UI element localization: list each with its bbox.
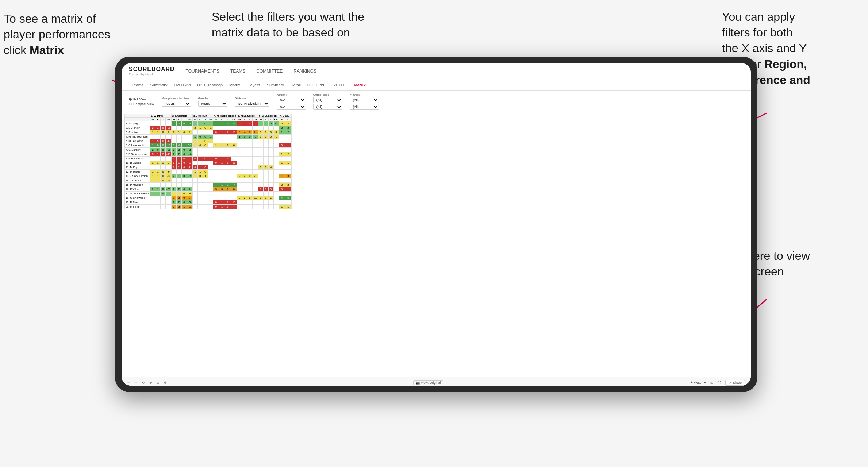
conference-select2[interactable]: (All) (313, 104, 342, 110)
region-select2[interactable]: N/A (277, 104, 306, 110)
grid-icon[interactable]: ⊞ (157, 381, 160, 385)
filter-region: Region N/A N/A (277, 93, 306, 110)
filter-bar: Full View Compact View Max players in vi… (122, 91, 751, 112)
nav-committee[interactable]: COMMITTEE (256, 67, 283, 75)
table-row: 14. J Lundin11010 (125, 178, 292, 183)
subnav-detail[interactable]: Detail (288, 82, 304, 88)
bottom-bar-center: 📷 View: Original (171, 380, 685, 385)
full-view-option[interactable]: Full View (129, 97, 154, 101)
table-row: 4. M Thorbjornsen100-1100-1110-6 (125, 135, 292, 139)
table-row: 18. C Sherwood1300220-1010145 (125, 196, 292, 200)
subnav-summary[interactable]: Summary (147, 82, 170, 88)
table-row: 12. M Riedel110-6110 (125, 170, 292, 174)
filter-max-players: Max players in view Top 25 (162, 97, 191, 107)
subnav-summary2[interactable]: Summary (264, 82, 287, 88)
share-icon: ↗ (729, 381, 731, 385)
table-row: 6. C Lamprecht100-1624124100110601 (125, 143, 292, 148)
filter-players: Players (All) (All) (350, 93, 379, 110)
table-row: 19. D Ford220-2001013 (125, 200, 292, 205)
table-row: 20. M Ford331-11010711 (125, 205, 292, 209)
filter-gender: Gender Men's (198, 97, 227, 107)
table-row: 16. K Vilips210-252204330801001 (125, 187, 292, 192)
table-row: 7. G Sargent200-16220-15 (125, 148, 292, 152)
table-row: 1. W Ding12011110-212017010-10101302 (125, 121, 292, 126)
conference-select[interactable]: (All) (313, 97, 342, 103)
gender-select[interactable]: Men's (198, 101, 227, 107)
players-select[interactable]: (All) (350, 97, 379, 103)
table-row: 10. B Valdes1110010-10101111 (125, 161, 292, 165)
table-row: 15. P Maichon411-722 (125, 183, 292, 187)
nav-tournaments[interactable]: TOURNAMENTS (186, 67, 219, 75)
region-select[interactable]: N/A (277, 97, 306, 103)
bottom-bar: ↩ ↪ ⟲ ⊕ ⊞ ⚙ 📷 View: Original 👁 Watch ▾ ⊡… (122, 377, 751, 386)
tablet-screen: SCOREBOARD Powered by clippd TOURNAMENTS… (122, 63, 751, 386)
undo-icon[interactable]: ↩ (127, 381, 130, 385)
annotation-top-center: Select the filters you want the matrix d… (212, 9, 387, 40)
redo-icon[interactable]: ↪ (135, 381, 138, 385)
annotation-top-left: To see a matrix of player performances c… (4, 11, 128, 58)
subnav-matrix[interactable]: Matrix (226, 82, 243, 88)
settings-icon[interactable]: ⚙ (164, 381, 167, 385)
logo-text: SCOREBOARD (129, 66, 175, 73)
table-row: 9. N Gabrelcik01000100010 (125, 157, 292, 161)
subnav-h2h-heatmap[interactable]: H2H Heatmap (194, 82, 226, 88)
share-button[interactable]: ↗ Share (725, 380, 745, 386)
table-row: 13. J Skov Olesen110-3210-19101220-113 (125, 174, 292, 178)
table-row: 5. M La Sasso150-61100 (125, 139, 292, 143)
logo-sub: Powered by clippd (129, 73, 175, 76)
watch-btn[interactable]: 👁 Watch ▾ (690, 381, 706, 385)
max-players-select[interactable]: Top 25 (162, 101, 191, 107)
compact-view-option[interactable]: Compact View (129, 102, 154, 106)
players-select2[interactable]: (All) (350, 104, 379, 110)
full-view-radio[interactable] (129, 98, 132, 101)
logo-area: SCOREBOARD Powered by clippd (129, 66, 175, 76)
layout-icon[interactable]: ⊡ (710, 381, 713, 385)
subnav-matrix-active[interactable]: Matrix (351, 82, 369, 88)
app-header: SCOREBOARD Powered by clippd TOURNAMENTS… (122, 63, 751, 79)
table-row: 8. P Summerhays512-48220-1612 (125, 152, 292, 157)
subnav-players[interactable]: Players (244, 82, 263, 88)
subnav-teams[interactable]: Teams (129, 82, 146, 88)
col-header-row-2: WLTDif WLTDif WLTDif WLTDif WLTDif WLTDi… (125, 118, 292, 121)
filter-division: Division NCAA Division I (235, 97, 269, 107)
nav-rankings[interactable]: RANKINGS (293, 67, 316, 75)
table-row: 2. L Clanton210-16210-122 (125, 126, 292, 130)
division-select[interactable]: NCAA Division I (235, 101, 269, 107)
matrix-table: 1. W Ding 2. L Clanton 3. J Koivun 4. M … (124, 114, 292, 209)
tablet-frame: SCOREBOARD Powered by clippd TOURNAMENTS… (115, 57, 757, 392)
view-original-btn[interactable]: 📷 View: Original (413, 380, 443, 385)
undo2-icon[interactable]: ⟲ (142, 381, 145, 385)
compact-view-radio[interactable] (129, 103, 132, 105)
table-row: 17. S De La Fuente2100110-8 (125, 192, 292, 196)
col-header-row-1: 1. W Ding 2. L Clanton 3. J Koivun 4. M … (125, 114, 292, 118)
matrix-body: 1. W Ding12011110-212017010-101013022. L… (125, 121, 292, 209)
table-row: 3. J Koivun110201020101304011010312 (125, 130, 292, 135)
subnav-h2h-grid2[interactable]: H2H Grid (304, 82, 327, 88)
view-options: Full View Compact View (129, 97, 154, 106)
table-row: 11. M Ege0101010104 (125, 165, 292, 170)
subnav-h2h-grid[interactable]: H2H Grid (171, 82, 193, 88)
fullscreen-icon[interactable]: ⛶ (718, 381, 721, 385)
sub-nav: Teams Summary H2H Grid H2H Heatmap Matri… (122, 79, 751, 91)
zoom-icon[interactable]: ⊕ (149, 381, 152, 385)
subnav-h2hth[interactable]: H2HTH... (328, 82, 350, 88)
main-nav: TOURNAMENTS TEAMS COMMITTEE RANKINGS (186, 67, 316, 75)
matrix-container[interactable]: 1. W Ding 2. L Clanton 3. J Koivun 4. M … (122, 112, 751, 377)
nav-teams[interactable]: TEAMS (230, 67, 245, 75)
filter-conference: Conference (All) (All) (313, 93, 342, 110)
